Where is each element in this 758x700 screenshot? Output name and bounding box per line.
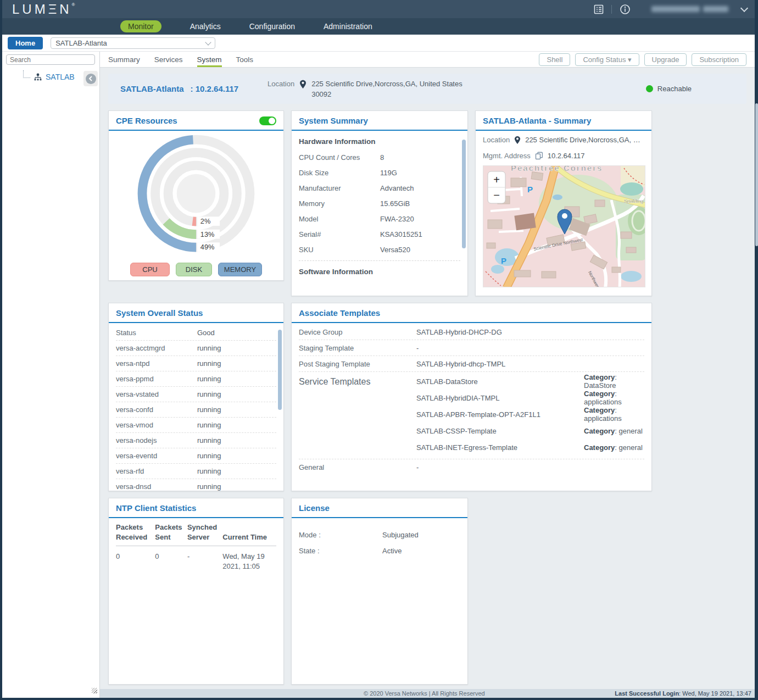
service-name: versa-vmod: [116, 421, 197, 429]
search-input[interactable]: [6, 54, 95, 65]
row-value: 8: [380, 153, 384, 162]
service-name: versa-eventd: [116, 452, 197, 460]
config-status-button[interactable]: Config Status ▾: [575, 53, 639, 66]
sidebar-resize-handle[interactable]: [92, 688, 97, 693]
nav-tab-configuration[interactable]: Configuration: [249, 22, 295, 31]
legend-memory[interactable]: MEMORY: [218, 263, 262, 276]
copyright-text: © 2020 Versa Networks | All Rights Reser…: [364, 690, 485, 697]
redacted-username: [651, 6, 700, 12]
info-row: Post Staging TemplateSATLAB-Hybrid-dhcp-…: [299, 356, 644, 372]
service-templates-row: Service Templates SATLAB-DataStoreCatego…: [299, 372, 644, 459]
card-title: SATLAB-Atlanta - Summary: [483, 116, 591, 125]
device-ip: : 10.2.64.117: [191, 84, 239, 93]
service-status: running: [197, 405, 221, 414]
service-template-row: SATLAB-APBR-Template-OPT-A2F1L1Category:…: [416, 406, 644, 423]
service-template-category: Category: general: [584, 427, 643, 435]
card-title: NTP Client Statistics: [116, 503, 196, 513]
tab-system[interactable]: System: [197, 52, 222, 67]
row-value: KSA3015251: [380, 230, 422, 238]
row-label: CPU Count / Cores: [299, 153, 380, 162]
ntp-client-statistics-card: NTP Client Statistics Packets ReceivedPa…: [108, 498, 284, 685]
row-value: 15.65GiB: [380, 199, 410, 208]
info-row: versa-nodejsrunning: [116, 433, 276, 448]
card-title: System Overall Status: [116, 308, 203, 318]
cpe-donut-chart: 2%13%49%: [115, 131, 277, 263]
tab-services[interactable]: Services: [154, 52, 183, 67]
user-account-label[interactable]: [651, 6, 728, 12]
cpe-resources-toggle[interactable]: [259, 116, 276, 125]
category-label: Category: [584, 390, 615, 398]
last-login-text: Last Successful Login: Wed, May 19 2021,…: [615, 690, 751, 697]
report-icon[interactable]: [594, 4, 604, 14]
home-button[interactable]: Home: [8, 37, 43, 49]
row-label: Device Group: [299, 328, 416, 336]
copy-icon[interactable]: [535, 152, 543, 160]
service-name: versa-ntpd: [116, 359, 197, 368]
info-row: ModelFWA-2320: [299, 211, 460, 226]
service-template-name: SATLAB-CSSP-Template: [416, 427, 584, 435]
info-row: State :Active: [299, 543, 460, 559]
legend-cpu[interactable]: CPU: [130, 263, 170, 276]
zoom-in-button: +: [493, 174, 500, 186]
ntp-cell: Wed, May 19 2021, 11:05: [222, 552, 276, 571]
location-map[interactable]: Peachtree Corners Scientific Drive North…: [483, 165, 645, 287]
shell-button[interactable]: Shell: [539, 53, 570, 66]
info-row: CPU Count / Cores8: [299, 149, 460, 165]
row-label: Memory: [299, 199, 380, 208]
ntp-column-header: Packets Sent: [155, 523, 187, 542]
location-label: Location: [483, 136, 510, 144]
row-label: Model: [299, 215, 380, 223]
device-address-line1: 225 Scientific Drive,Norcross,GA, United…: [311, 80, 462, 88]
row-label: Post Staging Template: [299, 360, 416, 368]
device-address-line2: 30092: [311, 90, 331, 98]
card-title: Associate Templates: [299, 308, 380, 318]
info-row: versa-ntpdrunning: [116, 356, 276, 371]
mgmt-address-label: Mgmt. Address: [483, 152, 531, 160]
service-status: running: [197, 344, 221, 352]
service-status: running: [197, 436, 221, 445]
ntp-cell: 0: [155, 552, 187, 571]
subscription-button[interactable]: Subscription: [692, 53, 746, 66]
cpe-resources-card: CPE Resources 2%13%49% CPUDISKMEMORY: [108, 110, 284, 281]
mgmt-address-value: 10.2.64.117: [548, 152, 585, 160]
service-template-category: Category: general: [584, 443, 643, 452]
row-value: FWA-2320: [380, 215, 414, 223]
service-name: versa-confd: [116, 405, 197, 414]
card-scrollbar[interactable]: [278, 330, 282, 410]
row-value: SATLAB-Hybrid-dhcp-TMPL: [416, 360, 505, 368]
tab-tools[interactable]: Tools: [236, 52, 254, 67]
map-place-label: Peachtree Corners: [511, 166, 603, 173]
nav-tab-administration[interactable]: Administration: [324, 22, 372, 31]
nav-tab-analytics[interactable]: Analytics: [190, 22, 221, 31]
legend-disk[interactable]: DISK: [176, 263, 212, 276]
software-info-heading: Software Information: [299, 263, 460, 280]
tab-summary[interactable]: Summary: [108, 52, 140, 67]
reachable-status-label: Reachable: [657, 85, 692, 93]
chevron-down-icon[interactable]: [740, 4, 748, 12]
info-row: versa-eventdrunning: [116, 448, 276, 464]
category-label: Category: [584, 406, 615, 414]
ntp-cell: 0: [116, 552, 155, 571]
card-scrollbar[interactable]: [462, 140, 466, 248]
row-label: SKU: [299, 246, 380, 254]
service-name: versa-vstated: [116, 390, 197, 398]
info-icon[interactable]: [620, 4, 631, 15]
device-selector-dropdown[interactable]: SATLAB-Atlanta: [51, 37, 215, 49]
map-area-label: Spalding: [624, 198, 643, 204]
service-name: versa-dnsd: [116, 482, 197, 491]
service-template-name: SATLAB-HybridDIA-TMPL: [416, 394, 584, 402]
context-toolbar: Home SATLAB-Atlanta: [2, 35, 755, 52]
device-name: SATLAB-Atlanta: [120, 84, 184, 93]
ntp-column-header: Packets Received: [116, 523, 155, 542]
content-area: SATLAB-Atlanta: 10.2.64.117 Location 225…: [100, 68, 755, 689]
service-template-name: SATLAB-APBR-Template-OPT-A2F1L1: [416, 410, 584, 419]
nav-tab-monitor[interactable]: Monitor: [120, 20, 161, 32]
info-row: versa-vstatedrunning: [116, 387, 276, 402]
divider: [299, 260, 460, 261]
window-frame: LUMΞN® MonitorAnalyticsConfigurationAdmi…: [0, 0, 758, 700]
sidebar-collapse-button[interactable]: [83, 71, 98, 86]
ntp-column-header: Current Time: [222, 523, 276, 542]
page-scrollbar[interactable]: [755, 103, 758, 246]
device-summary-card: SATLAB-Atlanta - Summary Location 225 Sc…: [475, 110, 652, 296]
upgrade-button[interactable]: Upgrade: [644, 53, 687, 66]
